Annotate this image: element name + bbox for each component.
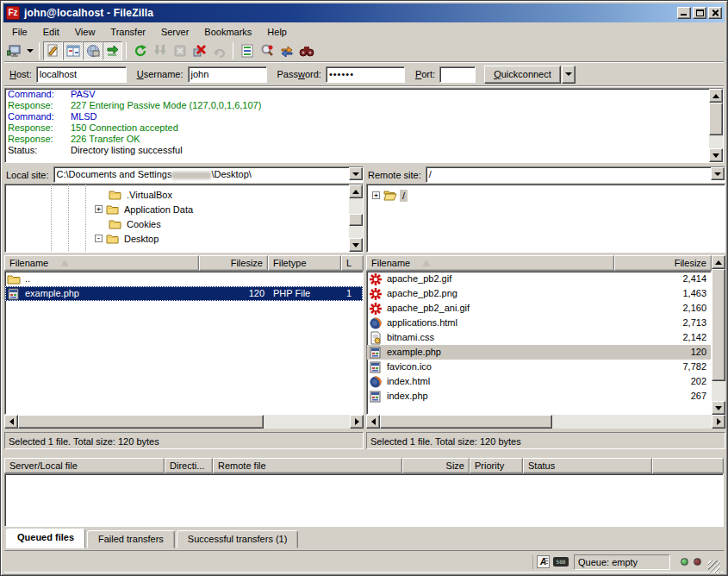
remote-site-path[interactable]: /: [426, 166, 725, 183]
file-row[interactable]: apache_pb2_ani.gif 2,160: [367, 301, 711, 316]
remote-site-combobox[interactable]: /: [426, 166, 725, 183]
menu-file[interactable]: File: [4, 25, 35, 39]
titlebar[interactable]: Fz john@localhost - FileZilla: [3, 3, 725, 22]
menu-server[interactable]: Server: [153, 25, 196, 39]
remote-site-dropdown-button[interactable]: [711, 167, 725, 180]
tab-failed-transfers[interactable]: Failed transfers: [87, 530, 175, 548]
local-site-combobox[interactable]: C:\Documents and Settings\Desktop\: [53, 166, 364, 183]
data-type-indicator-icon[interactable]: A: [537, 555, 550, 568]
column-header-filesize[interactable]: Filesize: [614, 255, 712, 271]
scrollbar-thumb[interactable]: [380, 415, 552, 429]
scroll-up-button[interactable]: [349, 185, 363, 198]
site-manager-dropdown-button[interactable]: [24, 41, 35, 60]
speed-limit-indicator-icon[interactable]: 500: [553, 557, 569, 567]
cancel-operation-button[interactable]: [170, 41, 190, 60]
file-row[interactable]: applications.html 2,713: [367, 316, 711, 330]
remote-directory-tree[interactable]: + /: [366, 184, 725, 253]
toggle-remote-tree-button[interactable]: [83, 41, 103, 60]
scroll-left-button[interactable]: [4, 415, 18, 429]
find-files-button[interactable]: [296, 41, 316, 60]
scroll-right-button[interactable]: [712, 415, 725, 429]
local-file-list[interactable]: .. example.php 120 PHP File 1: [4, 271, 364, 415]
column-header-filename[interactable]: Filename: [366, 255, 614, 271]
local-list-hscrollbar[interactable]: [4, 415, 364, 429]
column-header-filetype[interactable]: Filetype: [268, 255, 341, 271]
remote-list-hscrollbar[interactable]: [366, 415, 725, 429]
queue-list[interactable]: [4, 473, 724, 527]
tree-item-cookies[interactable]: Cookies: [109, 216, 164, 231]
reconnect-button[interactable]: [209, 41, 229, 60]
local-site-dropdown-button[interactable]: [349, 167, 363, 180]
column-header-status[interactable]: Status: [523, 458, 652, 473]
scroll-down-button[interactable]: [709, 148, 723, 162]
compare-directories-button[interactable]: [257, 41, 277, 60]
toggle-transfer-queue-button[interactable]: [103, 41, 122, 60]
site-manager-button[interactable]: [4, 41, 24, 60]
scroll-down-button[interactable]: [349, 238, 363, 252]
file-row-example-php[interactable]: example.php 120 PHP File 1: [5, 286, 363, 301]
password-input[interactable]: ••••••: [326, 66, 405, 83]
scrollbar-thumb[interactable]: [349, 214, 363, 226]
toggle-message-log-button[interactable]: [43, 41, 63, 60]
host-input[interactable]: localhost: [36, 66, 127, 83]
menu-view[interactable]: View: [67, 25, 103, 39]
toggle-local-tree-button[interactable]: [63, 41, 83, 60]
file-row[interactable]: bitnami.css 2,142: [367, 330, 711, 345]
column-header-server-local-file[interactable]: Server/Local file: [4, 458, 165, 473]
column-header-filename[interactable]: Filename: [4, 255, 199, 271]
expand-icon[interactable]: +: [95, 205, 103, 213]
scrollbar-thumb[interactable]: [712, 269, 725, 381]
column-header-direction[interactable]: Directi...: [165, 458, 213, 473]
username-input[interactable]: john: [188, 66, 267, 83]
tab-successful-transfers[interactable]: Successful transfers (1): [177, 530, 299, 548]
expand-icon[interactable]: +: [372, 191, 380, 199]
log-scrollbar[interactable]: [709, 89, 723, 162]
file-row-selected[interactable]: example.php 120: [367, 345, 711, 360]
collapse-icon[interactable]: -: [95, 235, 103, 242]
directory-filters-button[interactable]: [237, 41, 257, 60]
scroll-right-button[interactable]: [350, 415, 364, 429]
column-header-size[interactable]: Size: [402, 458, 470, 473]
resize-grip[interactable]: [708, 560, 720, 573]
file-row-parent-dir[interactable]: ..: [5, 272, 363, 286]
synchronized-browsing-button[interactable]: [277, 41, 296, 60]
local-directory-tree[interactable]: .VirtualBox + Application Data Cookies -…: [4, 184, 364, 253]
scroll-up-button[interactable]: [712, 255, 725, 269]
menu-transfer[interactable]: Transfer: [103, 25, 153, 39]
quickconnect-button[interactable]: Quickconnect: [484, 66, 561, 84]
column-header-last-modified[interactable]: L: [341, 255, 364, 271]
minimize-button[interactable]: [677, 7, 691, 19]
menu-help[interactable]: Help: [259, 25, 295, 39]
local-tree-scrollbar[interactable]: [349, 185, 363, 252]
tree-item-desktop[interactable]: - Desktop: [95, 231, 161, 246]
local-site-path[interactable]: C:\Documents and Settings\Desktop\: [53, 166, 364, 183]
tab-queued-files[interactable]: Queued files: [6, 529, 85, 548]
scrollbar-thumb[interactable]: [18, 415, 264, 429]
menu-edit[interactable]: Edit: [35, 25, 67, 39]
tree-item-virtualbox[interactable]: .VirtualBox: [109, 187, 175, 202]
file-row[interactable]: index.php 267: [367, 389, 711, 404]
port-input[interactable]: [439, 66, 476, 83]
column-header-remote-file[interactable]: Remote file: [213, 458, 402, 473]
maximize-button[interactable]: [693, 7, 706, 19]
menu-bookmarks[interactable]: Bookmarks: [196, 25, 259, 39]
remote-list-scrollbar[interactable]: [712, 255, 725, 415]
scroll-down-button[interactable]: [712, 401, 725, 415]
file-row[interactable]: index.html 202: [367, 374, 711, 389]
scroll-left-button[interactable]: [366, 415, 380, 429]
quickconnect-dropdown-button[interactable]: [562, 66, 576, 84]
refresh-button[interactable]: [130, 41, 150, 60]
process-queue-button[interactable]: [150, 41, 170, 60]
scrollbar-thumb[interactable]: [709, 103, 723, 135]
tree-item-root[interactable]: + /: [372, 188, 408, 203]
column-header-filesize[interactable]: Filesize: [199, 255, 268, 271]
tree-item-application-data[interactable]: + Application Data: [95, 202, 196, 216]
column-header-priority[interactable]: Priority: [470, 458, 523, 473]
file-row[interactable]: favicon.ico 7,782: [367, 360, 711, 374]
scroll-up-button[interactable]: [709, 89, 723, 103]
close-button[interactable]: [708, 7, 722, 19]
remote-file-list[interactable]: apache_pb2.gif 2,414 apache_pb2.png 1,46…: [366, 271, 712, 415]
disconnect-button[interactable]: [190, 41, 209, 60]
file-row[interactable]: apache_pb2.gif 2,414: [367, 272, 711, 286]
file-row[interactable]: apache_pb2.png 1,463: [367, 286, 711, 301]
